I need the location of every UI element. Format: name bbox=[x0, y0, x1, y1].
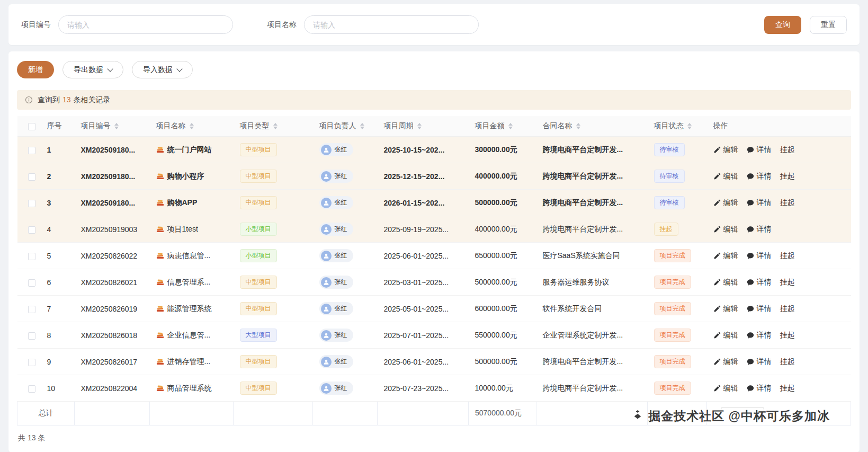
action-edit[interactable]: 编辑 bbox=[713, 357, 738, 367]
column-header-0: 序号 bbox=[41, 116, 75, 137]
action-detail[interactable]: 详情 bbox=[747, 304, 772, 314]
import-button[interactable]: 导入数据 bbox=[132, 61, 193, 78]
action-detail[interactable]: 详情 bbox=[747, 198, 772, 208]
row-checkbox[interactable] bbox=[28, 332, 35, 340]
column-header-4[interactable]: 项目负责人 bbox=[313, 116, 378, 137]
action-detail[interactable]: 详情 bbox=[747, 145, 772, 155]
column-header-6[interactable]: 项目金额 bbox=[469, 116, 536, 137]
row-checkbox[interactable] bbox=[28, 279, 35, 287]
column-header-5[interactable]: 项目周期 bbox=[378, 116, 469, 137]
action-edit[interactable]: 编辑 bbox=[713, 278, 738, 287]
row-actions: 编辑详情挂起 bbox=[713, 384, 845, 393]
row-index: 9 bbox=[47, 358, 51, 366]
chat-icon bbox=[747, 146, 754, 154]
action-label: 编辑 bbox=[723, 172, 738, 181]
sort-icon[interactable] bbox=[190, 123, 194, 129]
action-suspend[interactable]: 挂起 bbox=[780, 384, 795, 393]
action-edit[interactable]: 编辑 bbox=[713, 384, 738, 393]
column-header-8[interactable]: 项目状态 bbox=[648, 116, 707, 137]
column-header-7[interactable]: 合同名称 bbox=[536, 116, 648, 137]
action-edit[interactable]: 编辑 bbox=[713, 331, 738, 340]
action-detail[interactable]: 详情 bbox=[747, 331, 772, 340]
pencil-icon bbox=[713, 146, 721, 154]
row-checkbox[interactable] bbox=[28, 200, 35, 207]
sort-icon[interactable] bbox=[273, 123, 278, 129]
avatar bbox=[321, 171, 332, 182]
sort-icon[interactable] bbox=[508, 123, 513, 129]
contract-name: 软件系统开发合同 bbox=[543, 304, 602, 313]
action-edit[interactable]: 编辑 bbox=[713, 251, 738, 261]
column-header-2[interactable]: 项目名称 bbox=[150, 116, 234, 137]
action-edit[interactable]: 编辑 bbox=[713, 172, 738, 181]
action-detail[interactable]: 详情 bbox=[747, 384, 772, 393]
books-icon bbox=[156, 278, 164, 286]
row-index: 1 bbox=[47, 146, 51, 154]
project-status-tag: 待审核 bbox=[654, 143, 685, 156]
action-suspend[interactable]: 挂起 bbox=[780, 331, 795, 340]
owner-chip: 张红 bbox=[319, 170, 353, 183]
export-button[interactable]: 导出数据 bbox=[62, 61, 123, 78]
project-name-form-item: 项目名称 bbox=[267, 15, 479, 34]
project-type-tag: 中型项目 bbox=[240, 196, 277, 209]
action-detail[interactable]: 详情 bbox=[747, 172, 772, 181]
project-amount: 650000.00元 bbox=[475, 251, 517, 260]
project-status-tag: 项目完成 bbox=[654, 249, 691, 262]
sort-icon[interactable] bbox=[114, 123, 119, 129]
row-checkbox[interactable] bbox=[28, 306, 35, 313]
avatar bbox=[321, 304, 332, 314]
column-header-3[interactable]: 项目类型 bbox=[234, 116, 313, 137]
sort-icon[interactable] bbox=[687, 123, 692, 129]
action-edit[interactable]: 编辑 bbox=[713, 198, 738, 208]
summary-label: 总计 bbox=[17, 402, 75, 426]
row-checkbox[interactable] bbox=[28, 253, 35, 260]
action-suspend[interactable]: 挂起 bbox=[780, 304, 795, 314]
action-detail[interactable]: 详情 bbox=[747, 278, 772, 287]
project-code-input[interactable] bbox=[58, 15, 233, 34]
query-button[interactable]: 查询 bbox=[764, 16, 801, 34]
action-detail[interactable]: 详情 bbox=[747, 225, 772, 234]
alert-prefix: 查询到 bbox=[38, 95, 60, 104]
add-button[interactable]: 新增 bbox=[17, 61, 54, 78]
action-suspend[interactable]: 挂起 bbox=[780, 278, 795, 287]
pencil-icon bbox=[713, 252, 721, 260]
action-suspend[interactable]: 挂起 bbox=[780, 251, 795, 261]
sort-icon[interactable] bbox=[576, 123, 580, 129]
action-suspend[interactable]: 挂起 bbox=[780, 198, 795, 208]
project-name-input[interactable] bbox=[304, 15, 479, 34]
project-period: 2025-10-15~202... bbox=[384, 146, 445, 154]
avatar bbox=[321, 224, 332, 235]
project-period: 2025-09-19~2025... bbox=[384, 225, 449, 234]
action-detail[interactable]: 详情 bbox=[747, 251, 772, 261]
row-checkbox[interactable] bbox=[28, 226, 35, 234]
column-header-1[interactable]: 项目编号 bbox=[75, 116, 150, 137]
project-amount: 400000.00元 bbox=[475, 225, 517, 233]
books-icon bbox=[156, 384, 164, 392]
pagination-control[interactable] bbox=[721, 407, 764, 421]
project-code: XM202509180... bbox=[81, 172, 136, 181]
select-all-checkbox[interactable] bbox=[28, 123, 35, 130]
row-checkbox[interactable] bbox=[28, 173, 35, 181]
chat-icon bbox=[747, 199, 754, 207]
row-checkbox[interactable] bbox=[28, 385, 35, 393]
info-icon bbox=[25, 96, 33, 104]
action-suspend[interactable]: 挂起 bbox=[780, 145, 795, 155]
table-row: 8 XM20250826018 企业信息管... 大型项目 张红 2025-07… bbox=[17, 322, 851, 349]
row-checkbox[interactable] bbox=[28, 147, 35, 154]
action-edit[interactable]: 编辑 bbox=[713, 225, 738, 234]
row-checkbox[interactable] bbox=[28, 359, 35, 366]
chevron-down-icon bbox=[176, 66, 182, 72]
project-amount: 550000.00元 bbox=[475, 331, 517, 339]
owner-chip: 张红 bbox=[319, 196, 353, 209]
action-edit[interactable]: 编辑 bbox=[713, 304, 738, 314]
action-detail[interactable]: 详情 bbox=[747, 357, 772, 367]
row-index: 8 bbox=[47, 331, 51, 340]
action-suspend[interactable]: 挂起 bbox=[780, 357, 795, 367]
sort-icon[interactable] bbox=[360, 123, 364, 129]
sort-icon[interactable] bbox=[417, 123, 422, 129]
action-edit[interactable]: 编辑 bbox=[713, 145, 738, 155]
table-row: 3 XM202509180... 购物APP 中型项目 张红 2026-01-1… bbox=[17, 190, 851, 216]
action-suspend[interactable]: 挂起 bbox=[780, 172, 795, 181]
action-label: 编辑 bbox=[723, 145, 738, 155]
chat-icon bbox=[747, 279, 754, 286]
reset-button[interactable]: 重置 bbox=[810, 16, 847, 34]
